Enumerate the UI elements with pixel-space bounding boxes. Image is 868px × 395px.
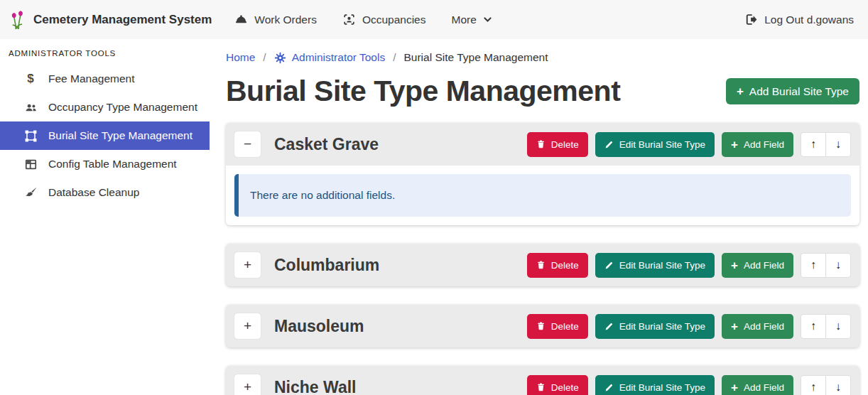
sidebar-item-label: Database Cleanup bbox=[48, 186, 139, 199]
panel-title: Mausoleum bbox=[274, 317, 364, 336]
reorder-button-group: ↑ ↓ bbox=[801, 253, 851, 278]
top-navigation: Work Orders Occupancies More bbox=[234, 13, 492, 26]
button-label: Add Field bbox=[744, 321, 784, 332]
move-up-button[interactable]: ↑ bbox=[801, 253, 826, 278]
reorder-button-group: ↑ ↓ bbox=[801, 314, 851, 339]
breadcrumb: Home / bbox=[226, 51, 859, 64]
button-label: Add Burial Site Type bbox=[749, 85, 849, 98]
edit-burial-site-type-button[interactable]: Edit Burial Site Type bbox=[595, 253, 715, 278]
panel-actions: Delete Edit Burial Site Type + Add Field… bbox=[527, 253, 851, 278]
move-down-button[interactable]: ↓ bbox=[825, 375, 851, 395]
trash-icon bbox=[536, 260, 546, 270]
add-field-button[interactable]: + Add Field bbox=[722, 132, 793, 157]
move-down-button[interactable]: ↓ bbox=[825, 314, 851, 339]
sidebar-item-burial-site-type-management[interactable]: Burial Site Type Management bbox=[0, 121, 210, 150]
move-up-button[interactable]: ↑ bbox=[801, 375, 826, 395]
panel-actions: Delete Edit Burial Site Type + Add Field… bbox=[527, 132, 851, 157]
breadcrumb-separator: / bbox=[263, 51, 266, 64]
top-navbar: Cemetery Management System Work Orders bbox=[0, 0, 868, 39]
panel-header: + Niche Wall Delete Edit Burial Site Typ… bbox=[226, 366, 859, 395]
hardhat-icon bbox=[234, 13, 248, 26]
pencil-icon bbox=[604, 322, 614, 331]
add-burial-site-type-button[interactable]: + Add Burial Site Type bbox=[726, 78, 859, 104]
app-title: Cemetery Management System bbox=[33, 13, 212, 27]
button-label: Edit Burial Site Type bbox=[619, 139, 705, 150]
users-icon bbox=[23, 101, 38, 114]
burial-type-panel-casket-grave: − Casket Grave Delete Edit Burial Site T… bbox=[226, 123, 859, 225]
delete-button[interactable]: Delete bbox=[527, 132, 588, 157]
panel-title: Columbarium bbox=[274, 256, 379, 275]
sidebar: ADMINISTRATOR TOOLS $ Fee Management Occ… bbox=[0, 39, 210, 395]
gear-icon bbox=[274, 52, 286, 64]
reorder-button-group: ↑ ↓ bbox=[801, 132, 851, 157]
plus-icon: + bbox=[731, 382, 738, 394]
logout-icon bbox=[744, 13, 758, 26]
edit-burial-site-type-button[interactable]: Edit Burial Site Type bbox=[595, 314, 715, 339]
plus-icon: + bbox=[731, 259, 738, 271]
button-label: Delete bbox=[551, 321, 579, 332]
dollar-icon: $ bbox=[23, 72, 38, 86]
panel-actions: Delete Edit Burial Site Type + Add Field… bbox=[527, 375, 851, 395]
chevron-down-icon bbox=[483, 15, 492, 24]
expand-toggle-button[interactable]: + bbox=[234, 252, 261, 278]
page-title: Burial Site Type Management bbox=[226, 75, 620, 108]
add-field-button[interactable]: + Add Field bbox=[722, 375, 793, 395]
button-label: Edit Burial Site Type bbox=[619, 260, 705, 271]
add-field-button[interactable]: + Add Field bbox=[722, 253, 793, 278]
burial-type-panel-niche-wall: + Niche Wall Delete Edit Burial Site Typ… bbox=[226, 366, 859, 395]
sidebar-item-label: Fee Management bbox=[48, 72, 135, 85]
nav-more[interactable]: More bbox=[452, 13, 492, 26]
plus-icon: + bbox=[737, 85, 744, 97]
plus-icon: + bbox=[731, 139, 738, 151]
logout-button[interactable]: Log Out d.gowans bbox=[744, 13, 854, 26]
sidebar-item-label: Burial Site Type Management bbox=[48, 129, 192, 142]
nav-label: Work Orders bbox=[254, 13, 317, 26]
panel-actions: Delete Edit Burial Site Type + Add Field… bbox=[527, 314, 851, 339]
breadcrumb-admin-tools-link[interactable]: Administrator Tools bbox=[274, 51, 386, 64]
nav-work-orders[interactable]: Work Orders bbox=[234, 13, 317, 26]
button-label: Add Field bbox=[744, 139, 784, 150]
move-up-button[interactable]: ↑ bbox=[801, 132, 826, 157]
tulip-logo-icon bbox=[10, 10, 27, 30]
logout-label: Log Out d.gowans bbox=[764, 13, 854, 26]
nav-occupancies[interactable]: Occupancies bbox=[342, 13, 426, 26]
expand-toggle-button[interactable]: + bbox=[234, 313, 261, 339]
table-icon bbox=[23, 158, 38, 171]
app-brand[interactable]: Cemetery Management System bbox=[10, 10, 212, 30]
burial-type-panel-columbarium: + Columbarium Delete Edit Burial Site Ty… bbox=[226, 244, 859, 286]
main-content: Home / bbox=[210, 39, 868, 395]
delete-button[interactable]: Delete bbox=[527, 314, 588, 339]
sidebar-item-label: Config Table Management bbox=[48, 158, 177, 171]
button-label: Add Field bbox=[744, 260, 784, 271]
sidebar-item-occupancy-type-management[interactable]: Occupancy Type Management bbox=[0, 93, 210, 121]
trash-icon bbox=[536, 321, 546, 331]
reorder-button-group: ↑ ↓ bbox=[801, 375, 851, 395]
burial-type-panel-mausoleum: + Mausoleum Delete Edit Burial Site Type bbox=[226, 305, 859, 347]
sidebar-item-database-cleanup[interactable]: Database Cleanup bbox=[0, 178, 210, 207]
breadcrumb-separator: / bbox=[393, 51, 396, 64]
delete-button[interactable]: Delete bbox=[527, 253, 588, 278]
sidebar-item-fee-management[interactable]: $ Fee Management bbox=[0, 65, 210, 93]
frame-icon bbox=[23, 129, 38, 143]
sidebar-item-label: Occupancy Type Management bbox=[48, 101, 197, 114]
move-down-button[interactable]: ↓ bbox=[825, 253, 851, 278]
move-down-button[interactable]: ↓ bbox=[825, 132, 851, 157]
no-fields-alert: There are no additional fields. bbox=[234, 174, 851, 217]
panel-header: − Casket Grave Delete Edit Burial Site T… bbox=[226, 123, 859, 166]
collapse-toggle-button[interactable]: − bbox=[234, 131, 261, 157]
button-label: Edit Burial Site Type bbox=[619, 321, 705, 332]
edit-burial-site-type-button[interactable]: Edit Burial Site Type bbox=[595, 132, 715, 157]
move-up-button[interactable]: ↑ bbox=[801, 314, 826, 339]
button-label: Delete bbox=[551, 139, 579, 150]
edit-burial-site-type-button[interactable]: Edit Burial Site Type bbox=[595, 375, 715, 395]
pencil-icon bbox=[604, 140, 614, 149]
sidebar-item-config-table-management[interactable]: Config Table Management bbox=[0, 150, 210, 178]
button-label: Delete bbox=[551, 382, 579, 393]
expand-toggle-button[interactable]: + bbox=[234, 374, 261, 395]
delete-button[interactable]: Delete bbox=[527, 375, 588, 395]
breadcrumb-home-link[interactable]: Home bbox=[226, 51, 255, 64]
breadcrumb-label: Administrator Tools bbox=[292, 51, 386, 64]
panel-header: + Columbarium Delete Edit Burial Site Ty… bbox=[226, 244, 859, 286]
broom-icon bbox=[23, 186, 38, 200]
add-field-button[interactable]: + Add Field bbox=[722, 314, 793, 339]
